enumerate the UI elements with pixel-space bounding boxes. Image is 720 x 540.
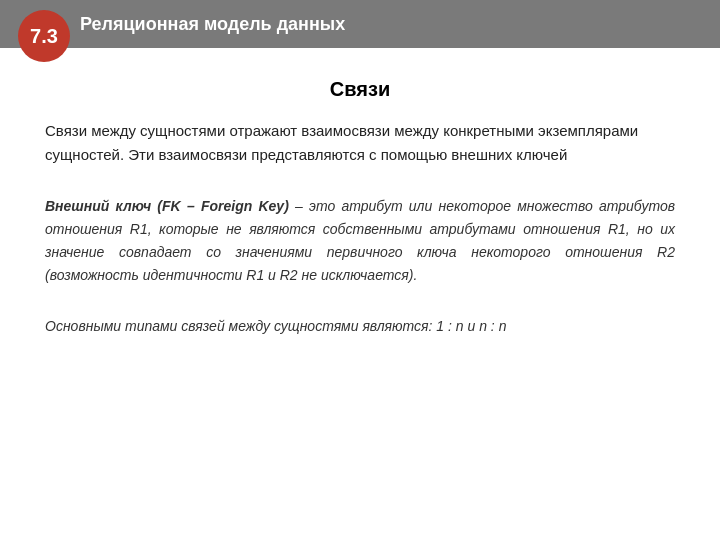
header-title: Реляционная модель данных — [80, 14, 345, 35]
section-title: Связи — [45, 78, 675, 101]
badge-label: 7.3 — [30, 25, 58, 48]
content-area: Связи Связи между сущностями отражают вз… — [0, 48, 720, 540]
intro-text: Связи между сущностями отражают взаимосв… — [45, 119, 675, 167]
definition-term: Внешний ключ (FK – Foreign Key) — [45, 198, 289, 214]
definition-block: Внешний ключ (FK – Foreign Key) – это ат… — [45, 195, 675, 287]
footer-text: Основными типами связей между сущностями… — [45, 315, 675, 337]
slide-container: 7.3 Реляционная модель данных Связи Связ… — [0, 0, 720, 540]
header-bar: Реляционная модель данных — [0, 0, 720, 48]
section-badge: 7.3 — [18, 10, 70, 62]
